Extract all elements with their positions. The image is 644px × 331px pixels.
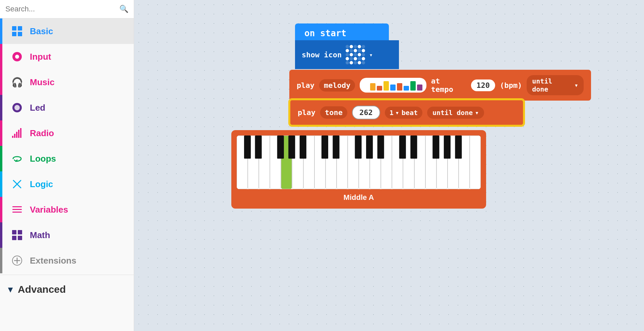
on-start-label: on start bbox=[304, 28, 346, 38]
white-key-6[interactable] bbox=[303, 135, 314, 189]
white-key-0[interactable] bbox=[237, 135, 248, 189]
svg-rect-8 bbox=[12, 136, 13, 138]
block-play-tone[interactable]: play tone 262 1 ▾ beat until done ▾ bbox=[289, 99, 524, 126]
sidebar-item-variables[interactable]: Variables bbox=[0, 197, 134, 222]
sidebar-item-music[interactable]: 🎧 Music bbox=[0, 69, 134, 95]
sidebar-item-math-label: Math bbox=[30, 230, 50, 240]
svg-rect-2 bbox=[12, 32, 16, 36]
piano-label: Middle A bbox=[237, 193, 481, 202]
search-container: 🔍 bbox=[0, 0, 134, 18]
white-key-13[interactable] bbox=[381, 135, 392, 189]
white-key-15[interactable] bbox=[403, 135, 414, 189]
svg-rect-19 bbox=[18, 230, 22, 234]
radio-icon bbox=[10, 126, 24, 140]
white-key-2[interactable] bbox=[259, 135, 270, 189]
svg-rect-12 bbox=[20, 128, 21, 138]
input-icon bbox=[10, 50, 24, 63]
sidebar: 🔍 Basic Input 🎧 Music Led bbox=[0, 0, 134, 331]
svg-rect-17 bbox=[12, 212, 22, 213]
white-key-11[interactable] bbox=[359, 135, 370, 189]
white-key-5[interactable] bbox=[292, 135, 303, 189]
white-key-16[interactable] bbox=[414, 135, 425, 189]
beat-label: beat bbox=[402, 109, 418, 117]
sidebar-item-extensions[interactable]: Extensions bbox=[0, 248, 134, 273]
tempo-value[interactable]: 120 bbox=[471, 79, 495, 91]
until-done2-label: until done bbox=[432, 109, 473, 117]
beat-dropdown-icon: ▾ bbox=[395, 109, 399, 117]
melody-display[interactable]: ♪ bbox=[360, 78, 426, 93]
melody-bars bbox=[370, 81, 422, 91]
beat-number-label: 1 bbox=[390, 109, 394, 117]
piano-popup: ▾ Middle A bbox=[231, 130, 486, 209]
white-key-3[interactable] bbox=[270, 135, 281, 189]
play-melody-melody-label: melody bbox=[319, 79, 355, 92]
search-input[interactable] bbox=[5, 5, 119, 13]
piano-keyboard[interactable]: ▾ bbox=[237, 135, 481, 189]
white-key-20[interactable] bbox=[459, 135, 470, 189]
sidebar-item-loops[interactable]: Loops bbox=[0, 146, 134, 171]
white-key-19[interactable] bbox=[448, 135, 459, 189]
until-done2-button[interactable]: until done ▾ bbox=[427, 107, 484, 119]
white-key-1[interactable] bbox=[248, 135, 259, 189]
svg-rect-21 bbox=[18, 236, 22, 240]
svg-rect-1 bbox=[18, 26, 22, 31]
sidebar-item-math[interactable]: Math bbox=[0, 222, 134, 248]
white-key-21[interactable] bbox=[470, 135, 481, 189]
sidebar-item-extensions-label: Extensions bbox=[30, 256, 76, 266]
sidebar-item-advanced[interactable]: ▾ Advanced bbox=[0, 276, 134, 302]
white-key-10[interactable] bbox=[348, 135, 359, 189]
white-key-12[interactable] bbox=[370, 135, 381, 189]
white-key-17[interactable] bbox=[425, 135, 436, 189]
beat-button[interactable]: 1 ▾ beat bbox=[385, 107, 422, 119]
svg-rect-11 bbox=[18, 130, 19, 138]
show-icon-label: show icon bbox=[302, 51, 342, 59]
until-done2-chevron-icon: ▾ bbox=[475, 109, 479, 117]
show-icon-dropdown-icon[interactable]: ▾ bbox=[369, 51, 373, 58]
led-display bbox=[346, 45, 365, 64]
advanced-label: Advanced bbox=[18, 284, 66, 295]
basic-icon bbox=[10, 24, 24, 38]
play-tone-play-label: play bbox=[298, 108, 315, 117]
sidebar-item-basic[interactable]: Basic bbox=[0, 18, 134, 44]
logic-icon bbox=[10, 177, 24, 191]
white-key-7[interactable] bbox=[314, 135, 326, 189]
main-canvas: on start show icon ▾ play melody ♪ bbox=[134, 0, 644, 331]
svg-point-7 bbox=[14, 105, 20, 110]
svg-rect-9 bbox=[14, 134, 15, 138]
search-icon: 🔍 bbox=[119, 5, 128, 13]
svg-rect-16 bbox=[12, 209, 22, 210]
music-note-icon: ♪ bbox=[364, 82, 368, 91]
music-icon: 🎧 bbox=[10, 75, 24, 89]
block-play-melody[interactable]: play melody ♪ at tempo 120 (bpm) until d… bbox=[289, 70, 591, 101]
math-icon bbox=[10, 228, 24, 242]
svg-rect-15 bbox=[12, 206, 22, 207]
until-done-button[interactable]: until done ▾ bbox=[527, 75, 584, 95]
white-keys bbox=[237, 135, 481, 189]
at-tempo-label: at tempo bbox=[431, 77, 466, 94]
block-show-icon[interactable]: show icon ▾ bbox=[295, 40, 399, 69]
white-key-8[interactable] bbox=[326, 135, 337, 189]
led-icon bbox=[10, 101, 24, 114]
bpm-label: (bpm) bbox=[500, 81, 522, 90]
white-key-4[interactable] bbox=[281, 135, 292, 189]
sidebar-item-variables-label: Variables bbox=[30, 205, 68, 215]
sidebar-item-loops-label: Loops bbox=[30, 154, 56, 164]
sidebar-item-input-label: Input bbox=[30, 52, 51, 62]
tone-value[interactable]: 262 bbox=[352, 106, 380, 119]
loops-icon bbox=[10, 152, 24, 165]
sidebar-item-led[interactable]: Led bbox=[0, 95, 134, 120]
sidebar-item-basic-label: Basic bbox=[30, 26, 53, 37]
svg-point-5 bbox=[15, 55, 19, 59]
white-key-14[interactable] bbox=[392, 135, 403, 189]
sidebar-item-logic[interactable]: Logic bbox=[0, 171, 134, 197]
sidebar-item-radio-label: Radio bbox=[30, 128, 54, 139]
sidebar-item-radio[interactable]: Radio bbox=[0, 120, 134, 146]
until-done-chevron-icon: ▾ bbox=[574, 81, 578, 89]
white-key-9[interactable] bbox=[337, 135, 348, 189]
sidebar-divider bbox=[0, 275, 134, 275]
svg-rect-3 bbox=[18, 32, 22, 36]
white-key-18[interactable] bbox=[436, 135, 448, 189]
sidebar-item-logic-label: Logic bbox=[30, 179, 53, 189]
advanced-chevron-icon: ▾ bbox=[8, 284, 12, 295]
sidebar-item-input[interactable]: Input bbox=[0, 44, 134, 69]
